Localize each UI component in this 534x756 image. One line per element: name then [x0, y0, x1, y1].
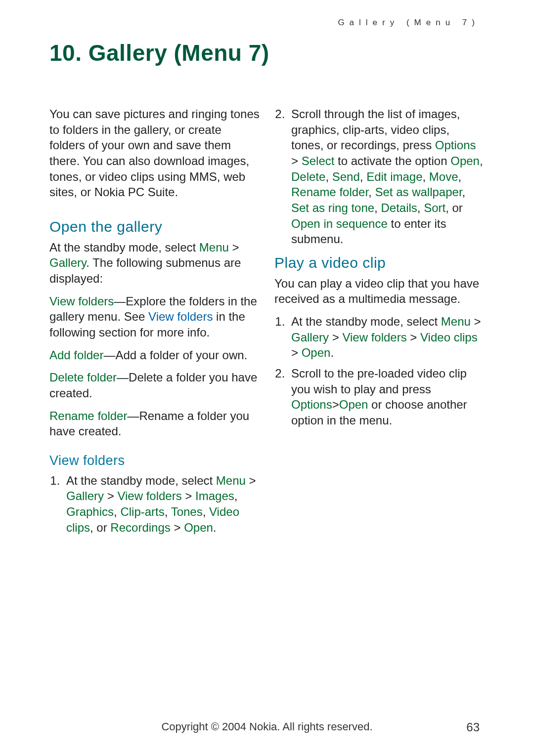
footer-copyright: Copyright © 2004 Nokia. All rights reser… [0, 720, 534, 733]
chapter-title: 10. Gallery (Menu 7) [49, 40, 269, 66]
open-gallery-lead: At the standby mode, select Menu > Galle… [49, 240, 260, 287]
menu-option: Edit image [366, 170, 422, 183]
menu-option: Options [291, 398, 332, 411]
text: , [423, 170, 429, 183]
list-item: Scroll through the list of images, graph… [288, 106, 485, 247]
menu-path-menu: Menu [199, 241, 229, 254]
menu-option: Rename folder [291, 185, 368, 199]
text: At the standby mode, select [66, 474, 216, 487]
text: , [417, 201, 424, 214]
text: > [471, 315, 481, 328]
intro-paragraph: You can save pictures and ringing tones … [49, 106, 260, 200]
text: At the standby mode, select [291, 315, 441, 328]
link-view-folders[interactable]: View folders [148, 310, 213, 323]
body-columns: You can save pictures and ringing tones … [49, 106, 485, 541]
label-rename-folder: Rename folder [49, 409, 127, 422]
text: , [458, 170, 462, 183]
submenu-view-folders: View folders—Explore the folders in the … [49, 294, 260, 340]
menu-option: Open [450, 154, 480, 168]
menu-path: Menu [441, 315, 471, 328]
menu-option: Open [339, 398, 368, 411]
menu-path: Gallery [291, 331, 329, 344]
label-view-folders: View folders [49, 294, 114, 308]
text: > [104, 489, 117, 503]
text: > [407, 331, 420, 344]
label-delete-folder: Delete folder [49, 371, 117, 384]
play-video-steps: At the standby mode, select Menu > Galle… [274, 314, 485, 428]
menu-path: Gallery [66, 489, 104, 503]
view-folders-steps: At the standby mode, select Menu > Galle… [49, 473, 260, 536]
column-left: You can save pictures and ringing tones … [49, 106, 260, 541]
play-video-intro: You can play a video clip that you have … [274, 276, 485, 307]
text: > [291, 346, 302, 359]
menu-option: Move [429, 170, 458, 183]
submenu-delete-folder: Delete folder—Delete a folder you have c… [49, 370, 260, 401]
running-header: Gallery (Menu 7) [338, 18, 480, 28]
menu-option: Images [195, 489, 234, 503]
text: , [374, 201, 381, 214]
menu-option: Open in sequence [291, 217, 388, 230]
text: , [325, 170, 332, 183]
text: > [246, 474, 256, 487]
menu-option: Options [435, 138, 476, 152]
text: , [203, 505, 209, 518]
menu-path: View folders [117, 489, 181, 503]
menu-path: Video clips [420, 331, 478, 344]
page-number: 63 [466, 720, 480, 734]
text: Scroll to the pre-loaded video clip you … [291, 367, 467, 396]
list-item: At the standby mode, select Menu > Galle… [63, 473, 260, 536]
menu-option: Open [184, 521, 213, 534]
submenu-add-folder: Add folder—Add a folder of your own. [49, 347, 260, 363]
text: > [332, 398, 339, 411]
menu-option: Delete [291, 170, 325, 183]
heading-play-video: Play a video clip [274, 253, 485, 273]
label-add-folder: Add folder [49, 348, 103, 362]
text: , [462, 185, 466, 199]
text: > [171, 521, 184, 534]
list-item: At the standby mode, select Menu > Galle… [288, 314, 485, 361]
menu-option: Sort [424, 201, 445, 214]
text: > [229, 241, 239, 254]
menu-option: Set as wallpaper [375, 185, 462, 199]
view-folders-steps-cont: Scroll through the list of images, graph… [274, 106, 485, 247]
text: to activate the option [334, 154, 450, 168]
menu-option: Graphics [66, 505, 114, 518]
menu-option: Set as ring tone [291, 201, 374, 214]
menu-option: Select [302, 154, 335, 168]
submenu-rename-folder: Rename folder—Rename a folder you have c… [49, 408, 260, 439]
heading-view-folders: View folders [49, 452, 260, 470]
text: , [234, 489, 238, 503]
text: , [114, 505, 120, 518]
list-item: Scroll to the pre-loaded video clip you … [288, 366, 485, 428]
heading-open-gallery: Open the gallery [49, 217, 260, 237]
text: , [480, 154, 483, 168]
menu-option: Tones [171, 505, 203, 518]
text: > [329, 331, 342, 344]
menu-option: Recordings [110, 521, 170, 534]
menu-path: View folders [342, 331, 406, 344]
text: > [182, 489, 195, 503]
menu-path-gallery: Gallery [49, 256, 86, 269]
menu-option: Send [332, 170, 360, 183]
text: —Add a folder of your own. [103, 348, 247, 362]
text: At the standby mode, select [49, 241, 199, 254]
menu-option: Details [381, 201, 417, 214]
text: , or [90, 521, 110, 534]
text: . [213, 521, 217, 534]
text: , [368, 185, 375, 199]
text: , [165, 505, 171, 518]
text: . [330, 346, 334, 359]
column-right: Scroll through the list of images, graph… [274, 106, 485, 541]
menu-path: Menu [216, 474, 246, 487]
text: , [360, 170, 366, 183]
menu-option: Open [302, 346, 331, 359]
menu-option: Clip-arts [120, 505, 164, 518]
text: > [291, 154, 302, 168]
text: , or [445, 201, 463, 214]
